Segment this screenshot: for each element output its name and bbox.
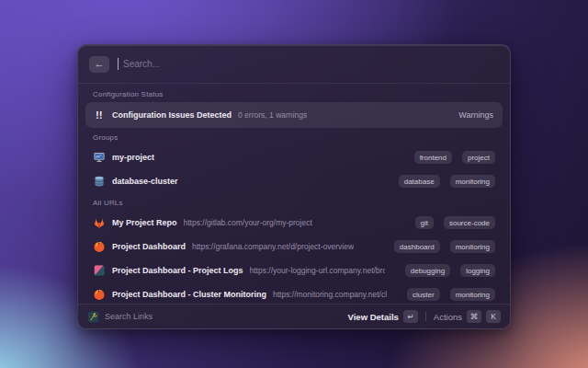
row-title: Project Dashboard - Cluster Monitoring [112,290,266,299]
search-links-app-icon [87,311,99,323]
row-title: Project Dashboard - Project Logs [112,266,243,275]
view-details-button[interactable]: View Details [348,312,399,322]
tag-badge: cluster [407,288,440,301]
tag-badge: monitoring [450,288,495,301]
row-subtitle: 0 errors, 1 warnings [238,110,307,120]
search-bar: ← [78,45,510,84]
list-item-cluster-monitoring[interactable]: Project Dashboard - Cluster Monitoring h… [85,282,503,304]
database-icon [93,175,106,188]
row-title: database-cluster [112,177,178,186]
row-title: my-project [112,153,154,162]
tag-badge: git [415,216,434,229]
search-input[interactable] [123,59,499,69]
grafana-icon [93,288,106,301]
tag-badge: frontend [414,151,452,164]
row-title: Project Dashboard [112,242,186,251]
list-item-project-dashboard[interactable]: Project Dashboard https://grafana.compan… [85,235,503,259]
row-url: https://your-logging-url.company.net/bro… [250,266,385,275]
row-title: My Project Repo [112,218,177,227]
footer-divider [425,312,426,321]
logs-icon [93,264,106,277]
tag-badge: monitoring [450,175,495,188]
results-list: Configuration Status !! Configuration Is… [78,84,510,304]
section-header-configuration-status: Configuration Status [85,85,503,102]
row-url: https://monitoring.company.net/cluster/.… [273,290,387,299]
warning-icon: !! [93,109,106,121]
section-header-all-urls: All URLs [85,193,503,211]
status-bar: Search Links View Details ↵ Actions ⌘ K [78,304,510,328]
list-item-project-logs[interactable]: Project Dashboard - Project Logs https:/… [85,259,503,282]
monitor-icon [93,151,106,164]
k-key-icon: K [486,310,501,323]
back-arrow-icon: ← [95,59,105,69]
footer-actions: View Details ↵ Actions ⌘ K [348,310,501,323]
list-item-configuration-issues[interactable]: !! Configuration Issues Detected 0 error… [85,102,503,128]
tag-badge: project [462,151,495,164]
enter-key-icon: ↵ [403,310,418,323]
tag-badge: source-code [444,216,495,229]
tag-badge: debugging [405,264,450,277]
tag-badge: dashboard [394,240,440,253]
tag-badge: logging [460,264,495,277]
desktop-background: { "search": { "placeholder": "Search..."… [0,0,588,368]
text-cursor [118,58,119,70]
extension-info: Search Links [87,311,153,323]
command-key-icon: ⌘ [467,310,481,323]
extension-name: Search Links [105,312,153,321]
grafana-icon [93,240,106,253]
list-item-my-project-repo[interactable]: My Project Repo https://gitlab.com/your-… [85,211,503,235]
gitlab-icon [93,216,106,229]
tag-badge: database [399,175,440,188]
command-palette-window: ← Configuration Status !! Configuration … [77,44,511,329]
back-button[interactable]: ← [89,56,109,73]
section-header-groups: Groups [85,128,503,145]
row-accessory: Warnings [458,110,495,120]
row-url: https://grafana.company.net/d/project-ov… [192,242,354,251]
actions-button[interactable]: Actions [434,312,462,322]
list-item-database-cluster[interactable]: database-cluster database monitoring [85,169,503,193]
list-item-my-project[interactable]: my-project frontend project [85,145,503,169]
row-url: https://gitlab.com/your-org/my-project [184,218,312,227]
row-title: Configuration Issues Detected [112,110,232,120]
tag-badge: monitoring [450,240,495,253]
